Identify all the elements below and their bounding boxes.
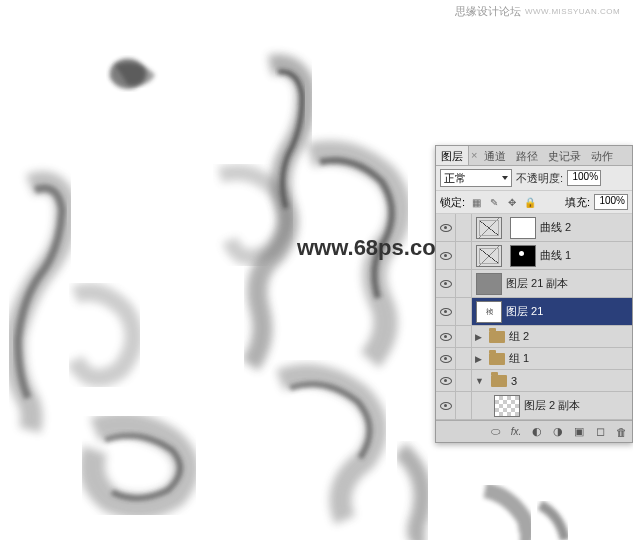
blend-opacity-row: 正常 不透明度: 100% bbox=[436, 166, 632, 191]
layer-row-nested[interactable]: 图层 2 副本 bbox=[436, 392, 632, 420]
fill-input[interactable]: 100% bbox=[594, 194, 628, 210]
eye-icon bbox=[440, 377, 452, 385]
tab-paths[interactable]: 路径 bbox=[511, 146, 543, 165]
eye-icon bbox=[440, 333, 452, 341]
layer-folder-row[interactable]: ▶ 组 1 bbox=[436, 348, 632, 370]
visibility-toggle[interactable] bbox=[436, 326, 456, 347]
layer-name: 图层 2 副本 bbox=[524, 398, 580, 413]
lock-move-icon[interactable]: ✥ bbox=[505, 195, 519, 209]
layer-name: 图层 21 副本 bbox=[506, 276, 568, 291]
lock-brush-icon[interactable]: ✎ bbox=[487, 195, 501, 209]
curves-thumbnail[interactable] bbox=[476, 217, 502, 239]
panel-tabs: 图层 × 通道 路径 史记录 动作 bbox=[436, 146, 632, 166]
link-col[interactable] bbox=[456, 298, 472, 325]
visibility-toggle[interactable] bbox=[436, 298, 456, 325]
link-col[interactable] bbox=[456, 348, 472, 369]
layer-row[interactable]: 曲线 2 bbox=[436, 214, 632, 242]
collapse-icon[interactable]: ▼ bbox=[475, 376, 484, 386]
link-col[interactable] bbox=[456, 326, 472, 347]
adjustment-layer-icon[interactable]: ◑ bbox=[551, 425, 565, 439]
folder-icon bbox=[491, 375, 507, 387]
trash-icon[interactable]: 🗑 bbox=[614, 425, 628, 439]
link-col[interactable] bbox=[456, 370, 472, 391]
layer-thumbnail[interactable] bbox=[494, 395, 520, 417]
header-title: 思缘设计论坛 bbox=[455, 4, 521, 19]
visibility-toggle[interactable] bbox=[436, 392, 456, 419]
layer-row-selected[interactable]: 祯 图层 21 bbox=[436, 298, 632, 326]
layer-folder-row-open[interactable]: ▼ 3 bbox=[436, 370, 632, 392]
layer-thumbnail[interactable]: 祯 bbox=[476, 301, 502, 323]
layer-name: 曲线 1 bbox=[540, 248, 571, 263]
watermark-text: www.68ps.com bbox=[297, 235, 455, 261]
mask-thumbnail[interactable] bbox=[510, 217, 536, 239]
opacity-label: 不透明度: bbox=[516, 171, 563, 186]
lock-fill-row: 锁定: ▦ ✎ ✥ 🔒 填充: 100% bbox=[436, 191, 632, 214]
folder-icon bbox=[489, 331, 505, 343]
link-col[interactable] bbox=[456, 214, 472, 241]
header-subtitle: WWW.MISSYUAN.COM bbox=[525, 7, 620, 16]
visibility-toggle[interactable] bbox=[436, 270, 456, 297]
layer-folder-row[interactable]: ▶ 组 2 bbox=[436, 326, 632, 348]
chevron-down-icon bbox=[502, 176, 508, 180]
visibility-toggle[interactable] bbox=[436, 214, 456, 241]
lock-label: 锁定: bbox=[440, 195, 465, 210]
panel-footer: ⬭ fx. ◐ ◑ ▣ ◻ 🗑 bbox=[436, 420, 632, 442]
layer-row[interactable]: 图层 21 副本 bbox=[436, 270, 632, 298]
layer-name: 组 2 bbox=[509, 329, 529, 344]
visibility-toggle[interactable] bbox=[436, 242, 456, 269]
lock-transparency-icon[interactable]: ▦ bbox=[469, 195, 483, 209]
layers-panel: 图层 × 通道 路径 史记录 动作 正常 不透明度: 100% 锁定: ▦ ✎ … bbox=[435, 145, 633, 443]
layer-mask-icon[interactable]: ◐ bbox=[530, 425, 544, 439]
eye-icon bbox=[440, 252, 452, 260]
tab-close-x[interactable]: × bbox=[469, 146, 479, 165]
layer-fx-icon[interactable]: fx. bbox=[509, 425, 523, 439]
visibility-toggle[interactable] bbox=[436, 370, 456, 391]
layer-list: 曲线 2 曲线 1 图层 21 副本 祯 图层 21 ▶ 组 2 bbox=[436, 214, 632, 420]
link-col[interactable] bbox=[456, 392, 472, 419]
layer-row[interactable]: 曲线 1 bbox=[436, 242, 632, 270]
eye-icon bbox=[440, 308, 452, 316]
layer-name: 组 1 bbox=[509, 351, 529, 366]
curves-thumbnail[interactable] bbox=[476, 245, 502, 267]
expand-icon[interactable]: ▶ bbox=[475, 354, 482, 364]
blend-mode-value: 正常 bbox=[444, 171, 466, 186]
tab-history[interactable]: 史记录 bbox=[543, 146, 586, 165]
link-col[interactable] bbox=[456, 270, 472, 297]
new-folder-icon[interactable]: ▣ bbox=[572, 425, 586, 439]
expand-icon[interactable]: ▶ bbox=[475, 332, 482, 342]
layer-name: 曲线 2 bbox=[540, 220, 571, 235]
visibility-toggle[interactable] bbox=[436, 348, 456, 369]
link-col[interactable] bbox=[456, 242, 472, 269]
layer-name: 图层 21 bbox=[506, 304, 543, 319]
fill-label: 填充: bbox=[565, 195, 590, 210]
tab-actions[interactable]: 动作 bbox=[586, 146, 618, 165]
mask-thumbnail[interactable] bbox=[510, 245, 536, 267]
opacity-input[interactable]: 100% bbox=[567, 170, 601, 186]
layer-thumbnail[interactable] bbox=[476, 273, 502, 295]
eye-icon bbox=[440, 355, 452, 363]
lock-all-icon[interactable]: 🔒 bbox=[523, 195, 537, 209]
eye-icon bbox=[440, 402, 452, 410]
layer-name: 3 bbox=[511, 375, 517, 387]
link-layers-icon[interactable]: ⬭ bbox=[488, 425, 502, 439]
new-layer-icon[interactable]: ◻ bbox=[593, 425, 607, 439]
blend-mode-dropdown[interactable]: 正常 bbox=[440, 169, 512, 187]
eye-icon bbox=[440, 280, 452, 288]
tab-layers[interactable]: 图层 bbox=[436, 146, 469, 165]
tab-channels[interactable]: 通道 bbox=[479, 146, 511, 165]
folder-icon bbox=[489, 353, 505, 365]
eye-icon bbox=[440, 224, 452, 232]
